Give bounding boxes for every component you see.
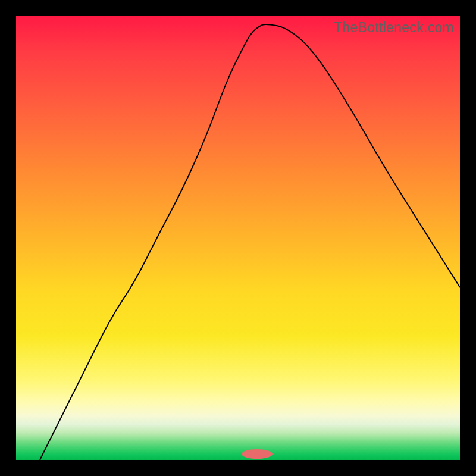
optimum-marker [16,16,460,460]
chart-plot-area: TheBottleneck.com [16,16,460,460]
curve-path [40,24,460,460]
bottleneck-curve [16,16,460,460]
optimum-pill [242,449,273,459]
watermark-text: TheBottleneck.com [334,20,454,36]
